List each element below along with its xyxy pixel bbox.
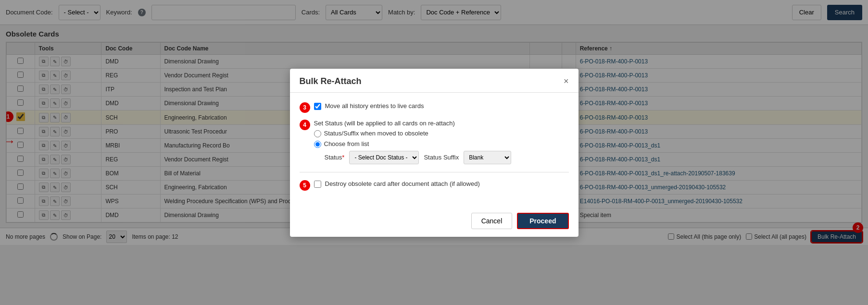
radio-status-suffix[interactable] [314,130,321,137]
radio-item-1: Status/Suffix when moved to obsolete [314,130,512,137]
modal-footer: Cancel Proceed [290,207,579,237]
step3-bubble: 3 [300,102,310,113]
radio-choose-from-list[interactable] [314,141,321,148]
step4-bubble: 4 [300,120,310,130]
set-status-label: Set Status (will be applied to all cards… [314,120,512,127]
required-star: * [342,154,344,161]
status-suffix-select[interactable]: Blank As-Built As-Installed Superseded [464,151,511,164]
modal-title: Bulk Re-Attach [300,76,362,86]
cancel-button[interactable]: Cancel [471,213,513,229]
divider [300,172,569,172]
status-field-label: Status* [325,154,345,161]
status-row: Status* - Select Doc Status - Approved D… [325,151,512,164]
status-suffix-label: Status Suffix [424,154,459,161]
modal-overlay: Bulk Re-Attach × 3 Move all history entr… [0,0,868,245]
destroy-card-checkbox[interactable] [314,181,321,188]
radio-choose-from-list-label[interactable]: Choose from list [324,140,369,147]
radio-group: Status/Suffix when moved to obsolete Cho… [314,130,512,148]
destroy-card-label[interactable]: Destroy obsolete card after document att… [325,180,480,187]
move-history-checkbox[interactable] [314,103,321,110]
step5-row: 5 Destroy obsolete card after document a… [300,180,569,191]
radio-item-2: Choose from list [314,140,512,148]
proceed-button[interactable]: Proceed [517,213,568,229]
move-history-label[interactable]: Move all history entries to live cards [325,102,424,110]
radio-status-suffix-label[interactable]: Status/Suffix when moved to obsolete [324,130,428,137]
modal-close-button[interactable]: × [564,77,569,85]
step3-row: 3 Move all history entries to live cards [300,102,569,113]
modal-body: 3 Move all history entries to live cards… [290,93,579,207]
modal-header: Bulk Re-Attach × [290,69,579,93]
status-select[interactable]: - Select Doc Status - Approved Draft Voi… [349,151,419,164]
step4-row: 4 Set Status (will be applied to all car… [300,120,569,164]
step5-bubble: 5 [300,180,310,191]
modal-bulk-reattach: Bulk Re-Attach × 3 Move all history entr… [290,69,579,237]
